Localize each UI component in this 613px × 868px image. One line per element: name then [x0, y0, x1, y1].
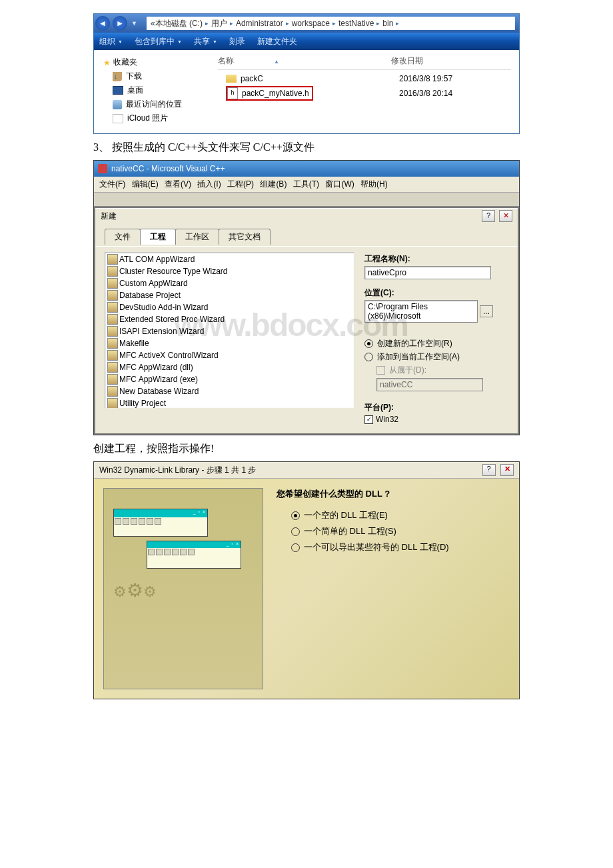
help-button[interactable]: ? — [482, 210, 495, 222]
project-type-item[interactable]: Makefile — [106, 337, 352, 349]
wizard-illustration: _ ▫ × _ ▫ × ⚙⚙⚙ — [103, 488, 263, 689]
wizard-icon — [107, 374, 118, 385]
radio-icon — [291, 543, 300, 552]
include-lib-btn[interactable]: 包含到库中▼ — [135, 36, 182, 47]
path-seg[interactable]: bin — [382, 19, 393, 28]
radio-add-workspace[interactable]: 添加到当前工作空间(A) — [364, 351, 508, 363]
close-button[interactable]: ✕ — [499, 210, 512, 222]
wizard-icon — [107, 386, 118, 397]
desktop-icon — [113, 86, 123, 95]
radio-icon — [291, 527, 300, 536]
path-seg[interactable]: Administrator — [236, 19, 283, 28]
project-type-item[interactable]: Database Project — [106, 289, 352, 301]
wizard-icon — [107, 362, 118, 373]
menu-file[interactable]: 文件(F) — [99, 179, 125, 189]
organize-btn[interactable]: 组织▼ — [99, 36, 123, 47]
radio-simple-dll[interactable]: 一个简单的 DLL 工程(S) — [291, 525, 510, 537]
dialog-tabs: 文件 工程 工作区 其它文档 — [95, 223, 518, 246]
project-type-item[interactable]: MFC AppWizard (exe) — [106, 373, 352, 385]
vc-menubar: 文件(F) 编辑(E) 查看(V) 插入(I) 工程(P) 组建(B) 工具(T… — [94, 177, 519, 193]
nav-back-button[interactable]: ◄ — [95, 16, 110, 31]
vc-app-icon — [98, 164, 107, 173]
explorer-window: ◄ ► ▼ « 本地磁盘 (C:)▸ 用户▸ Administrator▸ wo… — [93, 13, 520, 134]
recent-icon — [113, 100, 122, 109]
menu-help[interactable]: 帮助(H) — [360, 179, 388, 189]
address-bar[interactable]: « 本地磁盘 (C:)▸ 用户▸ Administrator▸ workspac… — [147, 17, 515, 30]
menu-build[interactable]: 组建(B) — [260, 179, 287, 189]
project-type-item[interactable]: ATL COM AppWizard — [106, 253, 352, 265]
path-seg[interactable]: workspace — [292, 19, 330, 28]
path-seg[interactable]: testNative — [338, 19, 374, 28]
project-type-item[interactable]: Extended Stored Proc Wizard — [106, 313, 352, 325]
help-button[interactable]: ? — [482, 464, 496, 476]
platform-label: 平台(P): — [364, 402, 508, 413]
sidebar-item-recent[interactable]: 最近访问的位置 — [113, 99, 210, 110]
nav-forward-button[interactable]: ► — [113, 16, 127, 31]
project-type-item[interactable]: Utility Project — [106, 397, 352, 408]
tab-other[interactable]: 其它文档 — [219, 229, 271, 245]
column-headers: 名称▲ 修改日期 — [218, 55, 511, 70]
project-type-item[interactable]: MFC AppWizard (dll) — [106, 361, 352, 373]
radio-icon — [364, 353, 373, 361]
platform-checkbox[interactable]: ✓Win32 — [364, 415, 508, 424]
wizard-icon — [107, 326, 118, 337]
step-3-text: 3、 按照生成的 C/C++头文件来写 C/C++源文件 — [93, 141, 520, 155]
favorites-header[interactable]: ★收藏夹 — [103, 57, 210, 68]
project-type-item[interactable]: MFC ActiveX ControlWizard — [106, 349, 352, 361]
col-name[interactable]: 名称 — [218, 56, 234, 65]
col-date[interactable]: 修改日期 — [391, 55, 423, 67]
wizard-icon — [107, 350, 118, 361]
explorer-titlebar: ◄ ► ▼ « 本地磁盘 (C:)▸ 用户▸ Administrator▸ wo… — [94, 14, 519, 33]
sidebar-item-desktop[interactable]: 桌面 — [113, 85, 210, 96]
wizard-icon — [107, 314, 118, 325]
menu-insert[interactable]: 插入(I) — [197, 179, 221, 189]
sidebar-item-downloads[interactable]: 下载 — [113, 71, 210, 82]
star-icon: ★ — [103, 58, 111, 67]
location-input[interactable]: C:\Program Files (x86)\Microsoft — [364, 300, 478, 323]
new-folder-btn[interactable]: 新建文件夹 — [257, 36, 297, 47]
project-type-item[interactable]: New Database Wizard — [106, 385, 352, 397]
tab-projects[interactable]: 工程 — [140, 229, 176, 245]
wizard-icon — [107, 266, 118, 277]
radio-empty-dll[interactable]: 一个空的 DLL 工程(E) — [291, 509, 510, 521]
project-type-list[interactable]: ATL COM AppWizardCluster Resource Type W… — [105, 252, 354, 408]
radio-export-dll[interactable]: 一个可以导出某些符号的 DLL 工程(D) — [291, 541, 510, 553]
wizard-icon — [107, 290, 118, 301]
wizard-icon — [107, 338, 118, 349]
project-type-item[interactable]: DevStudio Add-in Wizard — [106, 301, 352, 313]
download-icon — [113, 72, 122, 81]
nav-dropdown-icon[interactable]: ▼ — [131, 20, 137, 27]
menu-view[interactable]: 查看(V) — [165, 179, 191, 189]
menu-project[interactable]: 工程(P) — [227, 179, 254, 189]
wizard-window-controls: ? ✕ — [480, 464, 514, 476]
folder-icon — [226, 75, 237, 83]
sidebar-item-icloud[interactable]: iCloud 照片 — [113, 113, 210, 124]
radio-new-workspace[interactable]: 创建新的工作空间(R) — [364, 338, 508, 349]
project-type-item[interactable]: ISAPI Extension Wizard — [106, 325, 352, 337]
burn-btn[interactable]: 刻录 — [229, 36, 245, 47]
file-row[interactable]: hpackC_myNative.h 2016/3/8 20:14 — [218, 85, 511, 102]
project-name-label: 工程名称(N): — [364, 253, 508, 265]
h-file-icon: h — [227, 87, 238, 99]
explorer-filelist: 名称▲ 修改日期 packC 2016/3/8 19:57 hpackC_myN… — [210, 50, 519, 133]
tab-workspaces[interactable]: 工作区 — [175, 229, 219, 245]
tab-files[interactable]: 文件 — [105, 229, 141, 245]
gear-icon: ⚙ — [127, 579, 143, 601]
project-type-item[interactable]: Custom AppWizard — [106, 277, 352, 289]
menu-tools[interactable]: 工具(T) — [293, 179, 319, 189]
path-seg[interactable]: 本地磁盘 (C:) — [155, 18, 203, 29]
browse-button[interactable]: ... — [480, 305, 493, 317]
wizard-icon — [107, 254, 118, 265]
close-button[interactable]: ✕ — [500, 464, 514, 476]
sort-asc-icon: ▲ — [274, 59, 279, 65]
share-btn[interactable]: 共享▼ — [194, 36, 217, 47]
dialog-window-controls: ? ✕ — [482, 210, 512, 222]
path-seg[interactable]: 用户 — [211, 18, 227, 29]
checkbox-icon: ✓ — [364, 415, 373, 424]
menu-edit[interactable]: 编辑(E) — [132, 179, 159, 189]
project-type-item[interactable]: Cluster Resource Type Wizard — [106, 265, 352, 277]
file-row[interactable]: packC 2016/3/8 19:57 — [218, 73, 511, 85]
vc-titlebar: nativeCC - Microsoft Visual C++ — [94, 161, 519, 177]
menu-window[interactable]: 窗口(W) — [325, 179, 354, 189]
project-name-input[interactable]: nativeCpro — [364, 266, 491, 279]
